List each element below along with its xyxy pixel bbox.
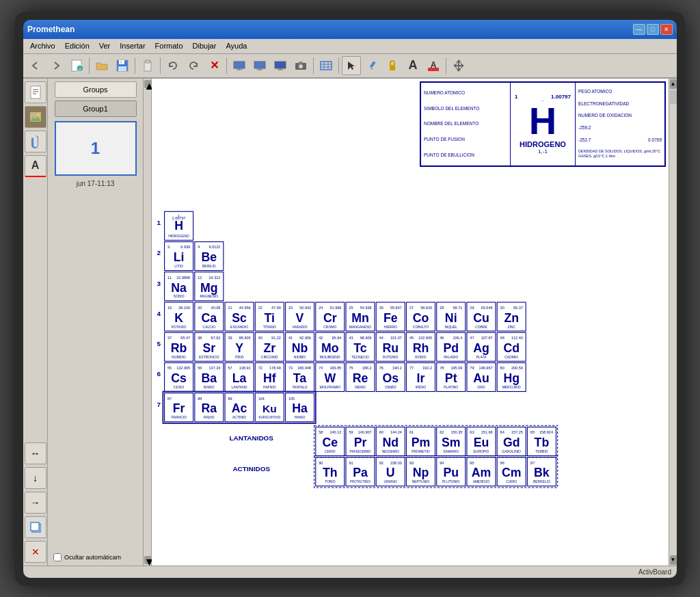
element-Cu[interactable]: 29 63.546 Cu COBRE — [467, 302, 496, 331]
element-Tc[interactable]: 43 98.906 Tc TECNECIO — [346, 332, 375, 361]
element-La[interactable]: 57 138.91 La LANTANO — [225, 362, 254, 391]
element-Re[interactable]: 75 186.2 Re RENIO — [346, 362, 375, 391]
element-Pt[interactable]: 78 195.09 Pt PLATINO — [437, 362, 466, 391]
scroll-up-btn[interactable]: ▲ — [670, 79, 677, 89]
menu-dibujar[interactable]: Dibujar — [189, 40, 221, 51]
element-U[interactable]: 92 238.03 U URANIO — [376, 457, 405, 486]
element-Bk[interactable]: 97 Bk BERKELIO — [527, 457, 556, 486]
element-Ca[interactable]: 20 40.08 Ca CALCIO — [195, 302, 224, 331]
tool-image[interactable] — [25, 106, 46, 128]
element-Y[interactable]: 39 88.905 Y ITRIO — [225, 332, 254, 361]
element-Tb[interactable]: 65 158.924 Tb TERBIO — [527, 427, 556, 455]
element-Pu[interactable]: 94 Pu PLUTONIO — [437, 457, 466, 486]
element-Pa[interactable]: 91 Pa PROTACTINIO — [346, 457, 375, 486]
element-Rb[interactable]: 37 85.47 Rb RUBIDIO — [165, 332, 193, 361]
new-page-button[interactable]: + — [67, 56, 86, 75]
menu-ayuda[interactable]: Ayuda — [221, 40, 251, 51]
element-Ku[interactable]: 104 Ku KURSCATOVIO — [255, 393, 284, 421]
pen-button[interactable] — [362, 56, 381, 75]
element-Eu[interactable]: 63 151.96 Eu EUROPIO — [467, 427, 496, 455]
element-Ru[interactable]: 44 101.07 Ru RUTENIO — [376, 332, 405, 361]
element-Rh[interactable]: 45 102.905 Rh RODIO — [406, 332, 435, 361]
scroll-down[interactable]: ▼ — [144, 556, 151, 564]
tool-document[interactable] — [25, 81, 46, 103]
element-Au[interactable]: 79 196.967 Au ORO — [467, 362, 496, 391]
menu-insertar[interactable]: Insertar — [116, 40, 149, 51]
element-Na[interactable]: 11 22.9898 Na SODIO — [165, 271, 193, 300]
screen1-button[interactable] — [230, 56, 249, 75]
select-button[interactable] — [342, 56, 361, 75]
element-Hg[interactable]: 80 200.59 Hg MERCURIO — [497, 362, 526, 391]
element-Sr[interactable]: 38 87.62 Sr ESTRONCIO — [195, 332, 224, 361]
arrows-button[interactable] — [449, 56, 468, 75]
element-Nb[interactable]: 41 92.906 Nb NIOBIO — [286, 332, 314, 361]
element-Sc[interactable]: 21 44.956 Sc ESCANDIO — [225, 302, 254, 331]
scroll-thumb[interactable] — [670, 90, 677, 104]
redo-button[interactable] — [184, 56, 203, 75]
element-Mg[interactable]: 12 24.312 Mg MAGNESIO — [195, 271, 224, 300]
fill-button[interactable]: A — [424, 56, 443, 75]
group1-button[interactable]: Group1 — [55, 101, 137, 117]
auto-hide-checkbox[interactable] — [53, 553, 62, 561]
element-Ni[interactable]: 28 58.71 Ni NIQUEL — [437, 302, 466, 331]
camera-button[interactable] — [291, 56, 310, 75]
minimize-button[interactable]: — — [633, 24, 645, 35]
paste-button[interactable] — [138, 56, 157, 75]
delete-button[interactable]: ✕ — [204, 56, 224, 75]
element-Zr[interactable]: 40 91.22 Zr CIRCONIO — [255, 332, 284, 361]
element-Hf[interactable]: 72 178.49 Hf HAFNIO — [255, 362, 284, 391]
lock-button[interactable] — [383, 56, 402, 75]
close-button[interactable]: ✕ — [660, 24, 673, 35]
tool-right[interactable]: → — [25, 492, 46, 514]
element-Ta[interactable]: 73 180.948 Ta TANTALO — [286, 362, 314, 391]
element-W[interactable]: 74 183.85 W WOLFRAMIO — [316, 362, 345, 391]
back-button[interactable] — [26, 56, 45, 75]
tool-text[interactable]: A — [25, 155, 46, 177]
element-Co[interactable]: 27 58.933 Co COBALTO — [406, 302, 435, 331]
tool-down[interactable]: ↓ — [25, 467, 46, 489]
element-Fr[interactable]: 87 Fr FRANCIO — [165, 393, 193, 421]
forward-button[interactable] — [46, 56, 66, 75]
screen3-button[interactable] — [271, 56, 290, 75]
element-Fe[interactable]: 26 55.847 Fe HIERRO — [376, 302, 405, 331]
element-Ra[interactable]: 88 Ra RADIO — [195, 393, 224, 421]
element-Cr[interactable]: 24 51.996 Cr CROMO — [316, 302, 345, 331]
element-Ag[interactable]: 47 107.87 Ag PLATA — [467, 332, 496, 361]
menu-archivo[interactable]: Archivo — [26, 40, 59, 51]
element-Be[interactable]: 4 9.0122 Be BERILIO — [195, 241, 224, 270]
element-Li[interactable]: 3 6.939 Li LITIO — [165, 241, 193, 270]
tool-copy[interactable] — [25, 516, 46, 538]
menu-edicion[interactable]: Edición — [61, 40, 94, 51]
element-Cm[interactable]: 96 Cm CURIO — [497, 457, 526, 486]
element-Os[interactable]: 76 190.2 Os OSMIO — [376, 362, 405, 391]
element-Ba[interactable]: 56 137.34 Ba BARIO — [195, 362, 224, 391]
page-thumbnail[interactable]: 1 — [55, 121, 137, 176]
element-Gd[interactable]: 64 157.25 Gd GADOLINIO — [497, 427, 526, 455]
element-H[interactable]: 1 1.00797 H HIDROGENO — [165, 211, 193, 240]
element-Mo[interactable]: 42 95.94 Mo MOLIBDENO — [316, 332, 345, 361]
tool-clip[interactable] — [25, 131, 46, 152]
element-Ir[interactable]: 77 192.2 Ir IRIDIO — [406, 362, 435, 391]
element-K[interactable]: 19 39.100 K POTASIO — [165, 302, 193, 331]
scroll-up[interactable]: ▲ — [144, 80, 151, 88]
scroll-down-btn[interactable]: ▼ — [670, 555, 677, 565]
element-Ha[interactable]: 105 Ha HANIO — [286, 393, 314, 421]
menu-formato[interactable]: Formato — [151, 40, 187, 51]
tool-move[interactable]: ↔ — [25, 442, 46, 464]
element-Am[interactable]: 95 Am AMERICIO — [467, 457, 496, 486]
menu-ver[interactable]: Ver — [95, 40, 115, 51]
save-button[interactable] — [113, 56, 132, 75]
element-Nd[interactable]: 60 144.24 Nd NEODIMIO — [376, 427, 405, 455]
element-V[interactable]: 23 50.942 V VANADIO — [286, 302, 314, 331]
maximize-button[interactable]: □ — [647, 24, 659, 35]
undo-button[interactable] — [163, 56, 183, 75]
element-Th[interactable]: 90 Th TORIO — [316, 457, 345, 486]
open-button[interactable] — [92, 56, 111, 75]
element-Cs[interactable]: 55 132.905 Cs CESIO — [165, 362, 193, 391]
element-Ce[interactable]: 58 140.12 Ce CERIO — [316, 427, 345, 455]
element-Mn[interactable]: 25 54.938 Mn MANGANESO — [346, 302, 375, 331]
element-Pd[interactable]: 46 106.4 Pd PALADIO — [437, 332, 466, 361]
element-Zn[interactable]: 30 65.37 Zn ZINC — [497, 302, 526, 331]
element-Pm[interactable]: 61 Pm PROMETIO — [406, 427, 435, 455]
groups-button[interactable]: Groups — [55, 81, 137, 98]
